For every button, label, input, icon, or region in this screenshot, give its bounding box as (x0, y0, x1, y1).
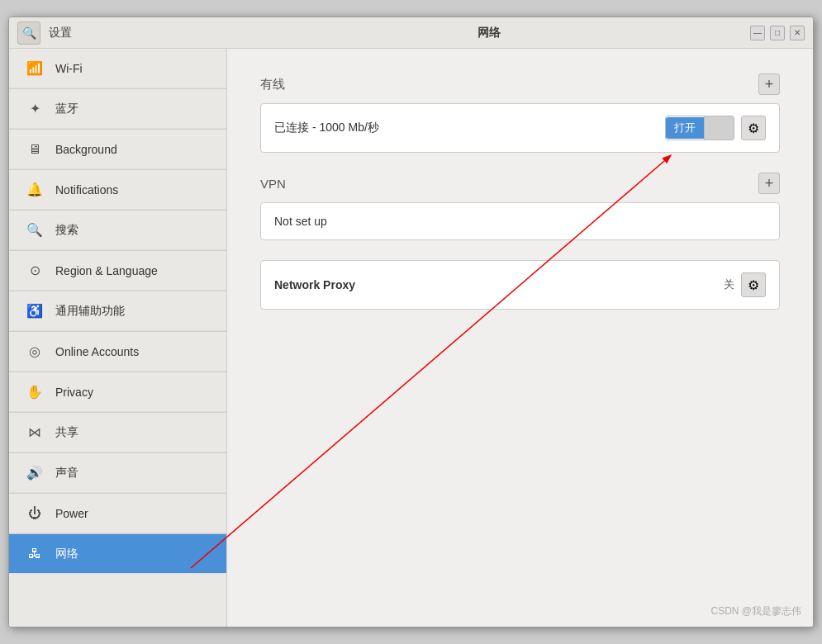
sidebar-label-notifications: Notifications (55, 183, 118, 197)
window-controls: — □ ✕ (750, 26, 813, 40)
sidebar-label-online-accounts: Online Accounts (55, 345, 139, 358)
search-button[interactable]: 🔍 (17, 21, 40, 45)
main-area: 📶 Wi-Fi ✦ 蓝牙 🖥 Background 🔔 Notification… (9, 49, 813, 627)
sidebar-item-notifications[interactable]: 🔔 Notifications (9, 170, 226, 210)
search-icon: 🔍 (22, 26, 36, 40)
vpn-section-title: VPN (260, 177, 286, 191)
wifi-icon: 📶 (26, 60, 44, 76)
wired-card-controls: 打开 ⚙ (665, 116, 766, 140)
sidebar-item-accessibility[interactable]: ♿ 通用辅助功能 (9, 291, 226, 331)
wired-section: 有线 + 已连接 - 1000 Mb/秒 打开 ⚙ (260, 73, 780, 153)
wired-toggle-track[interactable] (704, 116, 734, 140)
wired-section-header: 有线 + (260, 73, 780, 95)
notifications-icon: 🔔 (26, 182, 44, 197)
proxy-label: Network Proxy (274, 278, 355, 291)
sidebar-label-power: Power (55, 507, 88, 520)
proxy-card: Network Proxy 关 ⚙ (260, 260, 780, 310)
wired-add-button[interactable]: + (758, 73, 780, 95)
sidebar-item-region[interactable]: ⊙ Region & Language (9, 251, 226, 291)
wired-gear-icon: ⚙ (748, 121, 759, 136)
sidebar-item-background[interactable]: 🖥 Background (9, 130, 226, 169)
vpn-card: Not set up (260, 202, 780, 240)
network-icon: 🖧 (26, 547, 44, 561)
app-title-settings: 设置 (49, 26, 72, 40)
sidebar-label-region: Region & Language (55, 264, 158, 277)
sidebar-label-background: Background (55, 143, 117, 156)
maximize-button[interactable]: □ (770, 26, 785, 40)
sidebar-item-power[interactable]: ⏻ Power (9, 494, 226, 533)
proxy-controls: 关 ⚙ (724, 272, 766, 297)
sidebar-item-search[interactable]: 🔍 搜索 (9, 211, 226, 250)
sidebar-item-bluetooth[interactable]: ✦ 蓝牙 (9, 89, 226, 129)
sidebar-item-network[interactable]: 🖧 网络 (9, 534, 226, 574)
sidebar-label-wifi: Wi-Fi (55, 62, 83, 75)
online-accounts-icon: ◎ (26, 343, 44, 359)
accessibility-icon: ♿ (26, 303, 44, 319)
sidebar-item-sound[interactable]: 🔊 声音 (9, 453, 226, 493)
background-icon: 🖥 (26, 142, 44, 157)
page-title: 网络 (478, 26, 501, 40)
vpn-section-header: VPN + (260, 173, 780, 194)
close-button[interactable]: ✕ (790, 26, 805, 40)
power-icon: ⏻ (26, 506, 44, 521)
sidebar-label-privacy: Privacy (55, 386, 93, 399)
sidebar-label-search: 搜索 (55, 223, 78, 238)
wired-card: 已连接 - 1000 Mb/秒 打开 ⚙ (260, 103, 780, 153)
share-icon: ⋈ (26, 424, 44, 440)
titlebar-left: 🔍 设置 (9, 21, 227, 45)
app-window: 🔍 设置 网络 — □ ✕ 📶 Wi-Fi ✦ 蓝牙 (8, 17, 814, 627)
titlebar: 🔍 设置 网络 — □ ✕ (9, 17, 813, 49)
minimize-button[interactable]: — (750, 26, 765, 40)
sidebar-item-share[interactable]: ⋈ 共享 (9, 413, 226, 452)
search-icon: 🔍 (26, 222, 44, 238)
vpn-add-button[interactable]: + (758, 173, 780, 194)
sidebar-item-online-accounts[interactable]: ◎ Online Accounts (9, 332, 226, 372)
bluetooth-icon: ✦ (26, 101, 44, 116)
sidebar-label-network: 网络 (55, 547, 78, 561)
vpn-status: Not set up (274, 215, 327, 228)
titlebar-title: 网络 (227, 26, 750, 40)
wired-gear-button[interactable]: ⚙ (741, 116, 766, 140)
wired-toggle-button[interactable]: 打开 (666, 117, 704, 139)
sound-icon: 🔊 (26, 465, 44, 481)
sidebar-item-wifi[interactable]: 📶 Wi-Fi (9, 49, 226, 88)
region-icon: ⊙ (26, 263, 44, 278)
wired-toggle-wrap: 打开 (665, 116, 734, 140)
sidebar-label-share: 共享 (55, 425, 78, 440)
sidebar-item-privacy[interactable]: ✋ Privacy (9, 372, 226, 412)
proxy-gear-button[interactable]: ⚙ (741, 272, 766, 297)
sidebar-label-accessibility: 通用辅助功能 (55, 304, 125, 319)
content-area: 有线 + 已连接 - 1000 Mb/秒 打开 ⚙ (227, 49, 813, 627)
sidebar-label-sound: 声音 (55, 466, 78, 481)
watermark: CSDN @我是廖志伟 (710, 604, 801, 618)
wired-status: 已连接 - 1000 Mb/秒 (274, 121, 379, 135)
vpn-section: VPN + Not set up (260, 173, 780, 240)
privacy-icon: ✋ (26, 384, 44, 400)
wired-section-title: 有线 (260, 77, 285, 92)
proxy-status: 关 (724, 277, 734, 292)
sidebar: 📶 Wi-Fi ✦ 蓝牙 🖥 Background 🔔 Notification… (9, 49, 227, 627)
proxy-gear-icon: ⚙ (748, 277, 759, 293)
proxy-section: Network Proxy 关 ⚙ (260, 260, 780, 310)
sidebar-label-bluetooth: 蓝牙 (55, 102, 78, 116)
